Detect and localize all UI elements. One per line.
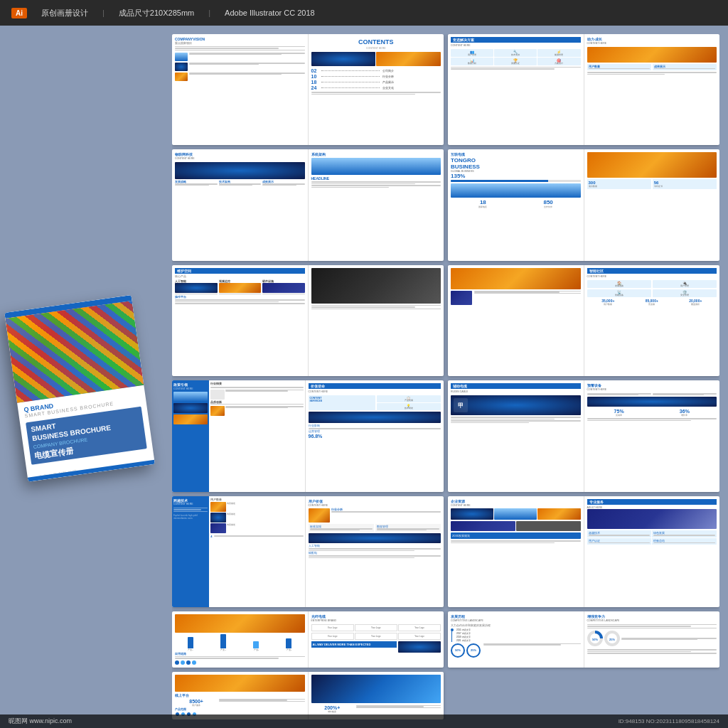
footer-id: ID:948153 NO:20231118095818458124 [619, 718, 719, 724]
policy-blue-panel: 政策引领 CONTENT HERE [172, 380, 209, 491]
page-development-left: 发展历程 COMPETITIVE LANDSCAPE 大力合作伙伴和家庭的发展历… [448, 611, 584, 668]
exceed-sub: CONTENT HERE [173, 503, 208, 505]
smart-img-2 [451, 291, 472, 305]
online-img-1 [175, 675, 305, 692]
software-label: Adobe Illustrator CC 2018 [225, 9, 315, 17]
value-industry: 行业影响 [309, 424, 441, 427]
ai-img [175, 283, 218, 293]
fiber-sub: ENTERPRISE BRAND [311, 619, 441, 623]
icon-6: 🎯方案设计 [537, 58, 580, 65]
iot-title: 物联网科技 [175, 152, 305, 156]
circle-2: 25% [466, 643, 481, 658]
logo-grid-2: Your Logo Your Logo Your Logo [311, 633, 441, 640]
warning-img [587, 397, 717, 407]
page-tongro-left: 互联电缆 TONGROBUSINESS GLOBAL BUSINESS 135%… [448, 149, 584, 260]
companyvision-sub: 重点国家项目 [175, 42, 305, 46]
tongro-cable-img [587, 152, 717, 178]
main-content: Q BRAND SMART BUSINESS BROCHURE SMART BU… [0, 26, 728, 728]
value-sub: CONTENT HERE [309, 390, 441, 394]
icon-4: 📊数据分析 [451, 58, 493, 65]
line-3 [175, 50, 305, 51]
page-professional-right: 专业服务 ADULT HERE 超越技术 绿色发展 用户认证 [584, 496, 720, 607]
page-competitive: 增强竞争力 COMPETITIVE LANDSCAPE 50% [584, 611, 720, 668]
smart-community-header: 智能社区 [587, 268, 717, 274]
policy-title: 政策引领 [173, 382, 208, 387]
smart-img-1 [451, 268, 581, 289]
industry-charts: 产业1 产业2 产业3 产业4 [175, 634, 305, 651]
img-fiber-1 [175, 63, 188, 71]
arch-img [311, 158, 441, 175]
user-transport: 输配电 [309, 552, 441, 555]
contents-subtitle: CONTENT HERE [311, 47, 441, 50]
solutions-icon-grid: 👥用户管理 🔧技术支持 ⚡能源管理 📊数据分析 🏆质量认证 🎯方案设计 [451, 49, 581, 65]
page-maintenance-right [309, 265, 444, 376]
online-bottom-stats: 200%+ 增长幅度 [311, 705, 441, 713]
dev-desc: 大力合作伙伴和家庭的发展历程 [451, 624, 581, 627]
page-solutions-right: 助力·成长 CONTENT HERE 用户数量 成果展示 [584, 34, 720, 145]
page-smart-left [448, 265, 584, 376]
hardware-img [262, 283, 305, 293]
growth-title: 助力·成长 [587, 37, 717, 41]
iot-sub: CONTENT HERE [175, 157, 305, 161]
page-industry-left: 产业1 产业2 产业3 产业4 应用道路 [172, 611, 309, 668]
page-policy-left: 政策引领 CONTENT HERE 行业情景 品质创新 [172, 380, 306, 491]
application-road-label: 应用道路 [175, 653, 305, 655]
ent-img-5 [516, 521, 581, 531]
icon-1: 👥用户管理 [451, 49, 493, 57]
page-fiber-brand: 光纤电缆 ENTERPRISE BRAND Your Logo Your Log… [309, 611, 444, 668]
tongro-pct: 135% [451, 173, 581, 179]
value-services: CONTENTSERVICES 📋产品发展 💡技术研发 [309, 395, 441, 410]
tongro-bar [451, 180, 548, 182]
timeline: 2015 内容文字 2017 内容文字 2019 内容文字 2021 内容文字 [451, 628, 581, 642]
maintenance-header: 维护空间 [175, 268, 305, 274]
industry-cable-img [175, 614, 305, 633]
svg-text:50%: 50% [592, 638, 597, 641]
bottom-icons [175, 660, 305, 665]
spread-industry: 产业1 产业2 产业3 产业4 应用道路 [172, 611, 444, 668]
pie-chart-2: 25% [604, 631, 620, 646]
divider-1: | [102, 9, 105, 17]
spread-solutions: 竞选解决方案 CONTENT HERE 👥用户管理 🔧技术支持 ⚡能源管理 📊数… [448, 34, 719, 145]
spread-maintenance: 维护空间 核心产品 人工智能 视频监控 硬件设施 [172, 265, 444, 376]
page-user-value: 用户价值 CONTENT HERE 行业分析 标准实现 [306, 496, 444, 607]
policy-tower [173, 392, 208, 402]
policy-fiber [173, 403, 208, 413]
spread-tongro: 互联电缆 TONGROBUSINESS GLOBAL BUSINESS 135%… [448, 149, 719, 260]
policy-cable [173, 414, 208, 424]
contents-img-2 [376, 52, 441, 66]
user-human: 人工智能 [309, 545, 441, 547]
page-iot-right: 系统架构 HEADLINE [309, 149, 444, 260]
value-img [309, 412, 441, 423]
line-1 [175, 46, 305, 48]
icon-2: 🔧技术支持 [494, 49, 537, 57]
exceed-img-2 [210, 513, 226, 523]
contents-item-1: 02 公司简介 [311, 68, 441, 73]
video-img [219, 283, 262, 293]
cover-book: Q BRAND SMART BUSINESS BROCHURE SMART BU… [4, 295, 155, 482]
user-img-2 [309, 533, 441, 543]
exceed-right-content: 用户数量 内容描述 内容描述 内容描述 4 [209, 496, 304, 607]
page-iot-left: 物联网科技 CONTENT HERE 发展战略 技术架构 成效 [172, 149, 309, 260]
exceed-note: 用户数量 [210, 498, 303, 501]
design-label: 原创画册设计 [41, 8, 88, 18]
page-online-left: 线上平台 8500+ 用户服务 产品范围 [172, 672, 309, 719]
aux-img: 甲 [451, 395, 581, 415]
page-maintenance-left: 维护空间 核心产品 人工智能 视频监控 硬件设施 [172, 265, 309, 376]
logo-grid-1: Your Logo Your Logo Your Logo [311, 624, 441, 631]
ent-img-3 [537, 508, 580, 520]
page-solutions-left: 竞选解决方案 CONTENT HERE 👥用户管理 🔧技术支持 ⚡能源管理 📊数… [448, 34, 584, 145]
img-tower-1 [175, 53, 188, 61]
tongro-stats-grid: 300 项目数量 56 专利证书 [587, 179, 717, 189]
dev-charts: 50% 25% [451, 643, 581, 658]
aux-header: 辅助电缆 [451, 383, 581, 389]
spread-exceed: 跨越技术 CONTENT HERE Exploit low-risk high-… [172, 496, 444, 607]
growth-img [587, 47, 717, 63]
value-pct: 96.8% [309, 434, 441, 439]
exceed-blue-panel: 跨越技术 CONTENT HERE Exploit low-risk high-… [172, 496, 209, 607]
tongro-tower-img [451, 183, 581, 198]
contents-title: CONTENTS [311, 38, 441, 46]
divider-2: | [208, 9, 210, 17]
page-exceed-left: 跨越技术 CONTENT HERE Exploit low-risk high-… [172, 496, 306, 607]
page-smart-right: 智能社区 CONTENT HERE 🏠发展道路 🔌用户管理 📡智能设备 🛡️安全… [584, 265, 720, 376]
ai-logo: Ai [11, 8, 27, 18]
